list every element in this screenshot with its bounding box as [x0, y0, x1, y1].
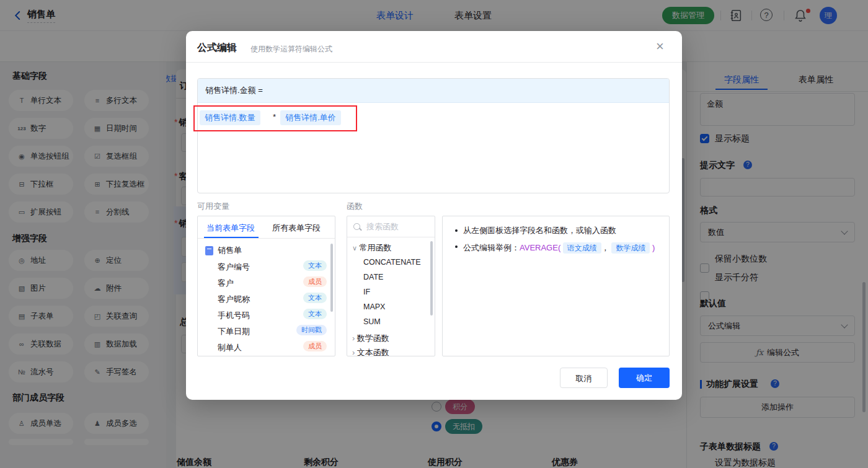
type-badge: 文本: [303, 260, 327, 271]
variables-panel: 当前表单字段 所有表单字段 销售单 客户编号 文本 客户 成员 客户昵称 文本 …: [197, 216, 335, 356]
functions-label: 函数: [347, 201, 363, 212]
bullet-dot: [455, 229, 458, 232]
app-root: 销售单 表单设计 表单设置 数据管理 ? 理 ⊘ 表单外链 ⊡ 后端脚本: [0, 0, 868, 468]
confirm-button[interactable]: 确定: [619, 368, 670, 388]
hint-panel: 从左侧面板选择字段名和函数，或输入函数 公式编辑举例：AVERAGE( 语文成绩…: [442, 216, 670, 356]
hint-comma: ，: [601, 243, 609, 252]
hint-function-open: AVERAGE(: [520, 243, 560, 252]
variable-row[interactable]: 手机号码: [218, 310, 250, 321]
formula-edit-modal: 公式编辑 使用数学运算符编辑公式 销售详情.金额 = 销售详情.数量 * 销售详…: [186, 31, 682, 400]
formula-target: 销售详情.金额 =: [205, 85, 263, 96]
function-item[interactable]: DATE: [363, 273, 383, 281]
functions-panel: 常用函数 CONCATENATE DATE IF MAPX SUM 数学函数 文…: [347, 216, 435, 356]
variable-row[interactable]: 客户编号: [218, 262, 250, 273]
divider: [186, 62, 682, 63]
tree-root-label: 销售单: [218, 245, 242, 256]
type-badge: 成员: [303, 276, 327, 287]
tab-current-form-fields[interactable]: 当前表单字段: [206, 223, 255, 234]
divider: [198, 238, 335, 239]
modal-subtitle: 使用数学运算符编辑公式: [250, 44, 332, 55]
function-item[interactable]: IF: [363, 288, 370, 296]
chevron-down-icon: [352, 244, 357, 252]
document-icon: [205, 246, 213, 255]
variable-row[interactable]: 客户: [218, 278, 234, 289]
variable-row[interactable]: 制单人: [218, 342, 242, 353]
function-search[interactable]: [347, 216, 435, 237]
hint-line-1: 从左侧面板选择字段名和函数，或输入函数: [455, 225, 660, 236]
search-icon: [353, 223, 360, 230]
formula-token-quantity[interactable]: 销售详情.数量: [200, 110, 260, 125]
type-badge: 成员: [303, 341, 327, 351]
type-badge: 时间戳: [296, 325, 327, 335]
function-item[interactable]: SUM: [363, 317, 381, 326]
formula-token-price[interactable]: 销售详情.单价: [280, 110, 341, 125]
functions-scrollbar[interactable]: [430, 241, 433, 316]
chevron-right-icon: [352, 334, 355, 343]
formula-target-strip: 销售详情.金额 =: [198, 79, 669, 103]
function-search-input[interactable]: [365, 221, 430, 232]
hint-chip-chinese-score: 语文成绩: [563, 242, 601, 254]
function-item[interactable]: CONCATENATE: [363, 258, 421, 267]
tab-all-form-fields[interactable]: 所有表单字段: [272, 223, 321, 234]
function-item[interactable]: MAPX: [363, 302, 385, 311]
modal-title: 公式编辑: [197, 42, 237, 55]
formula-operator[interactable]: *: [273, 112, 276, 121]
tree-root-sales-order[interactable]: 销售单: [205, 245, 242, 256]
group-math-functions[interactable]: 数学函数: [352, 333, 389, 344]
hint-function-close: ): [652, 243, 655, 252]
chevron-right-icon: [352, 348, 355, 356]
hint-line-2: 公式编辑举例：AVERAGE( 语文成绩， 数学成绩 ): [455, 241, 666, 255]
close-icon[interactable]: [656, 40, 664, 53]
group-text-functions[interactable]: 文本函数: [352, 347, 389, 356]
cancel-button[interactable]: 取消: [560, 368, 608, 388]
type-badge: 文本: [303, 309, 327, 319]
variables-label: 可用变量: [197, 201, 229, 212]
variable-row[interactable]: 客户昵称: [218, 294, 250, 305]
group-common-functions[interactable]: 常用函数: [352, 242, 392, 254]
variable-row[interactable]: 下单日期: [218, 326, 250, 337]
hint-chip-math-score: 数学成绩: [611, 242, 650, 254]
variables-scrollbar[interactable]: [330, 244, 333, 312]
formula-editor-box[interactable]: 销售详情.金额 =: [197, 78, 670, 193]
type-badge: 文本: [303, 293, 327, 303]
bullet-dot: [455, 245, 458, 248]
hint-example-prefix: 公式编辑举例：: [463, 243, 520, 252]
